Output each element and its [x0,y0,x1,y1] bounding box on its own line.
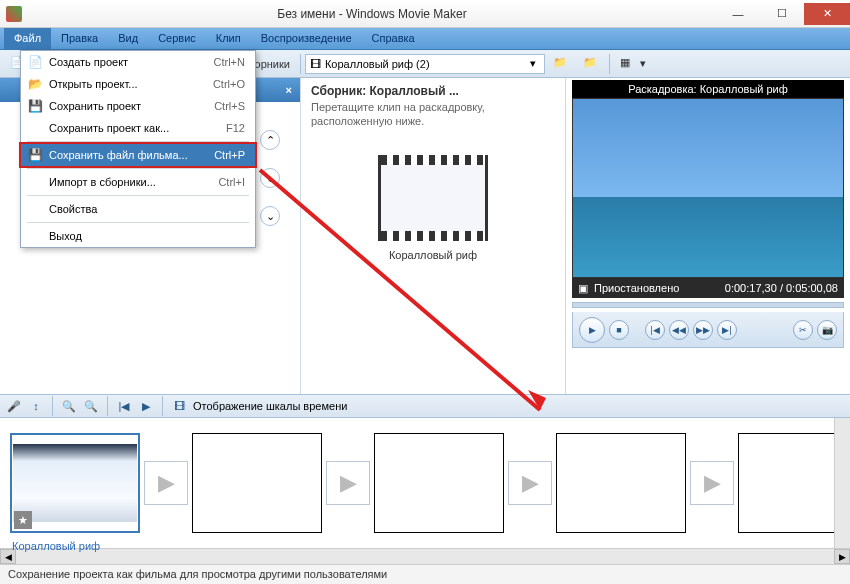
transition-slot[interactable]: ▶ [690,461,734,505]
clip-item[interactable]: Коралловый риф [373,155,493,261]
storyboard-clip[interactable]: ★ [10,433,140,533]
item-label: Открыть проект... [49,78,207,90]
seek-slider[interactable] [572,302,844,308]
blank-icon [27,174,43,190]
time-total: 0:05:00,08 [786,282,838,294]
blank-icon [27,120,43,136]
scroll-right-icon[interactable]: ▶ [834,549,850,564]
transition-slot[interactable]: ▶ [508,461,552,505]
blank-icon [27,201,43,217]
new-doc-icon: 📄 [27,54,43,70]
menu-help[interactable]: Справка [362,28,425,49]
item-shortcut: Ctrl+S [214,100,249,112]
expand-chevron-icon[interactable]: ⌃ [260,130,280,150]
tb-up-level[interactable]: 📁 [547,54,575,74]
menu-edit[interactable]: Правка [51,28,108,49]
audio-levels-icon[interactable]: ↕ [28,398,44,414]
item-shortcut: Ctrl+N [214,56,249,68]
tb-view-mode[interactable]: ▦▾ [614,54,652,74]
collection-dropdown[interactable]: 🎞 Коралловый риф (2) ▾ [305,54,545,74]
menu-file[interactable]: Файл [4,28,51,49]
menu-import-collections[interactable]: Импорт в сборники... Ctrl+I [21,171,255,193]
item-shortcut: Ctrl+P [214,149,249,161]
expand-chevron-icon[interactable]: ⌄ [260,206,280,226]
menu-save-project-as[interactable]: Сохранить проект как... F12 [21,117,255,139]
close-button[interactable]: ✕ [804,3,850,25]
menu-new-project[interactable]: 📄 Создать проект Ctrl+N [21,51,255,73]
item-shortcut: Ctrl+I [218,176,249,188]
status-text: Сохранение проекта как фильма для просмо… [8,568,387,580]
next-button[interactable]: ▶| [717,320,737,340]
storyboard-empty-slot[interactable] [192,433,322,533]
close-icon[interactable]: × [286,84,292,96]
clip-thumb-icon: 🎞 [310,58,321,70]
scrollbar-horizontal[interactable]: ◀ ▶ [0,548,850,564]
zoom-in-icon[interactable]: 🔍 [61,398,77,414]
menu-save-movie-file[interactable]: 💾 Сохранить файл фильма... Ctrl+P [21,144,255,166]
snapshot-button[interactable]: 📷 [817,320,837,340]
scrollbar-vertical[interactable] [834,418,850,548]
prev-button[interactable]: |◀ [645,320,665,340]
play-timeline-icon[interactable]: ▶ [138,398,154,414]
timeline-mode-label[interactable]: Отображение шкалы времени [193,400,347,412]
storyboard[interactable]: ★ ▶ ▶ ▶ ▶ [0,418,850,548]
menu-open-project[interactable]: 📂 Открыть проект... Ctrl+O [21,73,255,95]
preview-video[interactable] [572,98,844,278]
menu-exit[interactable]: Выход [21,225,255,247]
collection-pane: Сборник: Коралловый ... Перетащите клип … [300,78,566,394]
preview-statusbar: ▣ Приостановлено 0:00:17,30 / 0:05:00,08 [572,278,844,298]
menu-clip[interactable]: Клип [206,28,251,49]
zoom-out-icon[interactable]: 🔍 [83,398,99,414]
storyboard-wrapper: ★ ▶ ▶ ▶ ▶ Коралловый риф ◀ ▶ [0,418,850,564]
minimize-button[interactable]: — [716,3,760,25]
new-folder-icon: 📁 [583,56,599,72]
rewind-timeline-icon[interactable]: |◀ [116,398,132,414]
separator [609,54,610,74]
stop-button[interactable]: ■ [609,320,629,340]
window-titlebar: Без имени - Windows Movie Maker — ☐ ✕ [0,0,850,28]
menu-save-project[interactable]: 💾 Сохранить проект Ctrl+S [21,95,255,117]
item-label: Импорт в сборники... [49,176,212,188]
timeline-mode-icon: 🎞 [171,398,187,414]
storyboard-empty-slot[interactable] [556,433,686,533]
app-icon [6,6,22,22]
menu-separator [27,195,249,196]
play-button[interactable]: ▶ [579,317,605,343]
menu-tools[interactable]: Сервис [148,28,206,49]
transition-slot[interactable]: ▶ [144,461,188,505]
clip-thumbnail [378,155,488,241]
menu-view[interactable]: Вид [108,28,148,49]
narrate-icon[interactable]: 🎤 [6,398,22,414]
item-label: Сохранить файл фильма... [49,149,208,161]
menubar: Файл Правка Вид Сервис Клип Воспроизведе… [0,28,850,50]
item-label: Создать проект [49,56,208,68]
separator [162,396,163,416]
item-label: Сохранить проект как... [49,122,220,134]
statusbar: Сохранение проекта как фильма для просмо… [0,564,850,584]
clip-label: Коралловый риф [373,249,493,261]
storyboard-empty-slot[interactable] [374,433,504,533]
separator [300,54,301,74]
menu-properties[interactable]: Свойства [21,198,255,220]
window-controls: — ☐ ✕ [716,3,850,25]
menu-separator [27,222,249,223]
preview-title: Раскадровка: Коралловый риф [572,80,844,98]
rewind-button[interactable]: ◀◀ [669,320,689,340]
time-display: 0:00:17,30 / 0:05:00,08 [725,282,838,294]
item-label: Свойства [49,203,239,215]
split-button[interactable]: ✂ [793,320,813,340]
menu-separator [27,141,249,142]
item-shortcut: Ctrl+O [213,78,249,90]
effects-star-icon[interactable]: ★ [14,511,32,529]
expand-chevron-icon[interactable]: ⌄ [260,168,280,188]
blank-icon [27,228,43,244]
chevron-down-icon: ▾ [526,57,540,70]
forward-button[interactable]: ▶▶ [693,320,713,340]
menu-play[interactable]: Воспроизведение [251,28,362,49]
item-label: Сохранить проект [49,100,208,112]
menu-separator [27,168,249,169]
tb-new-folder[interactable]: 📁 [577,54,605,74]
separator [107,396,108,416]
maximize-button[interactable]: ☐ [760,3,804,25]
transition-slot[interactable]: ▶ [326,461,370,505]
